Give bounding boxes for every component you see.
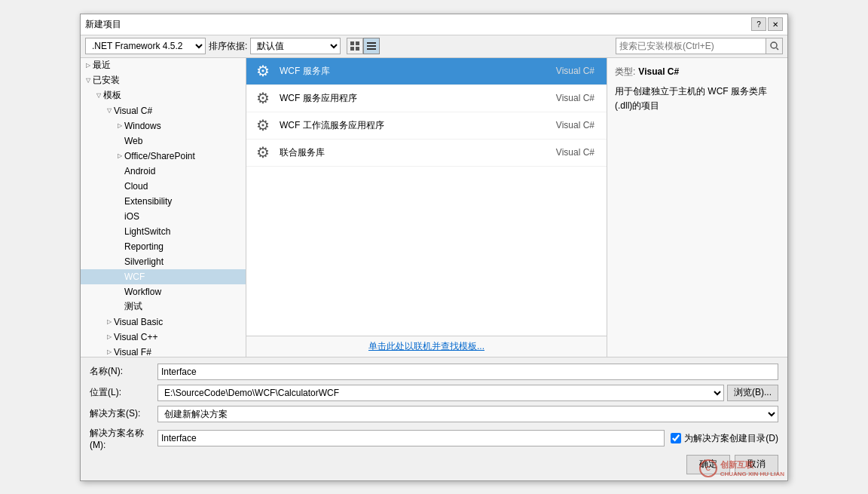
location-label: 位置(L): bbox=[90, 386, 157, 399]
tree-node-visualfsharp[interactable]: ▷Visual F# bbox=[81, 345, 246, 357]
tree-toggle-silverlight bbox=[115, 257, 124, 266]
template-item-wcf-workflow-app[interactable]: ⚙ WCF 工作流服务应用程序Visual C# bbox=[246, 112, 607, 140]
framework-dropdown[interactable]: .NET Framework 4.5.2 bbox=[85, 38, 206, 54]
tree-node-android[interactable]: Android bbox=[81, 164, 246, 179]
tree-label-recent: 最近 bbox=[93, 59, 111, 72]
view-toggle-group bbox=[347, 38, 380, 54]
location-field-group: E:\SourceCode\Demo\WCF\CalculatorWCF 浏览(… bbox=[157, 385, 778, 401]
tree-toggle-recent: ▷ bbox=[84, 61, 93, 70]
tree-toggle-visualcpp: ▷ bbox=[105, 333, 114, 342]
search-input[interactable] bbox=[616, 38, 766, 54]
location-dropdown[interactable]: E:\SourceCode\Demo\WCF\CalculatorWCF bbox=[157, 385, 724, 401]
tree-node-office[interactable]: ▷Office/SharePoint bbox=[81, 149, 246, 164]
tree-node-recent[interactable]: ▷最近 bbox=[81, 58, 246, 73]
type-value: Visual C# bbox=[638, 66, 679, 77]
tree-node-visualcpp[interactable]: ▷Visual C++ bbox=[81, 330, 246, 345]
tree-scroll[interactable]: ▷最近▽已安装▽模板▽Visual C#▷WindowsWeb▷Office/S… bbox=[81, 58, 246, 357]
svg-rect-1 bbox=[356, 41, 359, 45]
svg-rect-2 bbox=[350, 47, 354, 51]
tree-node-windows[interactable]: ▷Windows bbox=[81, 118, 246, 133]
tree-node-lightswitch[interactable]: LightSwitch bbox=[81, 224, 246, 239]
tree-node-workflow[interactable]: Workflow bbox=[81, 284, 246, 299]
tree-label-wcf: WCF bbox=[124, 272, 145, 282]
gear-icon-svg: ⚙ bbox=[253, 115, 273, 135]
type-label: 类型: bbox=[615, 66, 635, 78]
sort-label: 排序依据: bbox=[209, 40, 247, 53]
template-item-wcf-service-lib[interactable]: ⚙ WCF 服务库Visual C# bbox=[246, 58, 607, 85]
svg-point-7 bbox=[771, 42, 777, 48]
tree-node-ios[interactable]: iOS bbox=[81, 209, 246, 224]
tree-node-templates[interactable]: ▽模板 bbox=[81, 88, 246, 103]
tree-label-reporting: Reporting bbox=[124, 241, 164, 252]
action-row: 确定 取消 bbox=[90, 455, 778, 474]
tree-node-cloud[interactable]: Cloud bbox=[81, 179, 246, 194]
tree-node-extensibility[interactable]: Extensibility bbox=[81, 194, 246, 209]
right-panel: 类型: Visual C# 用于创建独立于主机的 WCF 服务类库(.dll)的… bbox=[607, 58, 787, 357]
search-box bbox=[616, 38, 783, 54]
tree-label-visualbasic: Visual Basic bbox=[114, 317, 163, 327]
name-input[interactable] bbox=[157, 364, 778, 380]
tree-toggle-visualbasic: ▷ bbox=[105, 318, 114, 327]
browse-button[interactable]: 浏览(B)... bbox=[727, 385, 778, 401]
create-dir-checkbox[interactable] bbox=[671, 433, 681, 443]
tree-toggle-office: ▷ bbox=[115, 152, 124, 161]
tree-label-visualfsharp: Visual F# bbox=[114, 347, 151, 357]
solution-row: 解决方案(S): 创建新解决方案 bbox=[90, 406, 778, 422]
template-icon-wcf-service-app: ⚙ bbox=[252, 87, 274, 109]
tree-label-test: 测试 bbox=[124, 300, 142, 313]
search-button[interactable] bbox=[766, 38, 783, 54]
solution-name-input[interactable] bbox=[157, 430, 665, 446]
watermark-icon: C bbox=[699, 459, 717, 477]
svg-rect-4 bbox=[367, 42, 376, 44]
online-link[interactable]: 单击此处以联机并查找模板... bbox=[368, 340, 484, 353]
view-grid-button[interactable] bbox=[347, 38, 363, 54]
search-icon bbox=[770, 41, 779, 51]
solution-name-label: 解决方案名称(M): bbox=[90, 427, 157, 450]
svg-text:⚙: ⚙ bbox=[256, 144, 270, 161]
name-row: 名称(N): bbox=[90, 364, 778, 380]
tree-node-test[interactable]: 测试 bbox=[81, 299, 246, 315]
tree-toggle-windows: ▷ bbox=[115, 121, 124, 130]
tree-label-cloud: Cloud bbox=[124, 181, 148, 192]
template-name-wcf-service-app: WCF 服务应用程序 bbox=[280, 92, 556, 105]
tree-node-visualbasic[interactable]: ▷Visual Basic bbox=[81, 315, 246, 330]
tree-label-visualcpp: Visual C++ bbox=[114, 332, 157, 342]
template-item-wcf-service-app[interactable]: ⚙ WCF 服务应用程序Visual C# bbox=[246, 85, 607, 112]
template-name-wcf-workflow-app: WCF 工作流服务应用程序 bbox=[280, 119, 556, 132]
tree-toggle-workflow bbox=[115, 287, 124, 296]
tree-toggle-visualcsharp: ▽ bbox=[105, 106, 114, 115]
detail-description: 用于创建独立于主机的 WCF 服务类库(.dll)的项目 bbox=[615, 84, 780, 113]
create-dir-label[interactable]: 为解决方案创建目录(D) bbox=[671, 430, 778, 446]
dialog-window: 新建项目 ? ✕ .NET Framework 4.5.2 排序依据: 默认值 bbox=[80, 14, 788, 481]
template-icon-federation-service: ⚙ bbox=[252, 142, 274, 163]
template-list: ⚙ WCF 服务库Visual C# ⚙ WCF 服务应用程序Visual C#… bbox=[246, 58, 607, 336]
tree-node-reporting[interactable]: Reporting bbox=[81, 239, 246, 254]
tree-toggle-web bbox=[115, 137, 124, 146]
help-button[interactable]: ? bbox=[751, 17, 766, 31]
list-icon bbox=[366, 41, 377, 51]
tree-node-silverlight[interactable]: Silverlight bbox=[81, 254, 246, 269]
detail-type-row: 类型: Visual C# bbox=[615, 66, 780, 78]
svg-rect-5 bbox=[367, 45, 376, 47]
tree-node-web[interactable]: Web bbox=[81, 133, 246, 149]
gear-icon-svg: ⚙ bbox=[253, 143, 273, 162]
template-item-federation-service[interactable]: ⚙ 联合服务库Visual C# bbox=[246, 140, 607, 167]
location-row: 位置(L): E:\SourceCode\Demo\WCF\Calculator… bbox=[90, 385, 778, 401]
template-name-federation-service: 联合服务库 bbox=[280, 146, 556, 159]
svg-rect-3 bbox=[356, 47, 359, 51]
tree-label-templates: 模板 bbox=[103, 89, 121, 102]
solution-name-group: 为解决方案创建目录(D) bbox=[157, 430, 778, 446]
tree-node-wcf[interactable]: WCF bbox=[81, 269, 246, 284]
sort-dropdown[interactable]: 默认值 bbox=[250, 38, 341, 54]
svg-text:⚙: ⚙ bbox=[256, 90, 270, 106]
view-list-button[interactable] bbox=[363, 38, 380, 54]
online-link-bar: 单击此处以联机并查找模板... bbox=[246, 336, 607, 357]
tree-node-installed[interactable]: ▽已安装 bbox=[81, 73, 246, 88]
title-bar-buttons: ? ✕ bbox=[751, 17, 783, 31]
name-label: 名称(N): bbox=[90, 365, 157, 378]
tree-toggle-test bbox=[115, 302, 124, 311]
tree-node-visualcsharp[interactable]: ▽Visual C# bbox=[81, 103, 246, 118]
close-button[interactable]: ✕ bbox=[768, 17, 783, 31]
gear-icon-svg: ⚙ bbox=[253, 61, 273, 81]
solution-dropdown[interactable]: 创建新解决方案 bbox=[157, 406, 778, 422]
